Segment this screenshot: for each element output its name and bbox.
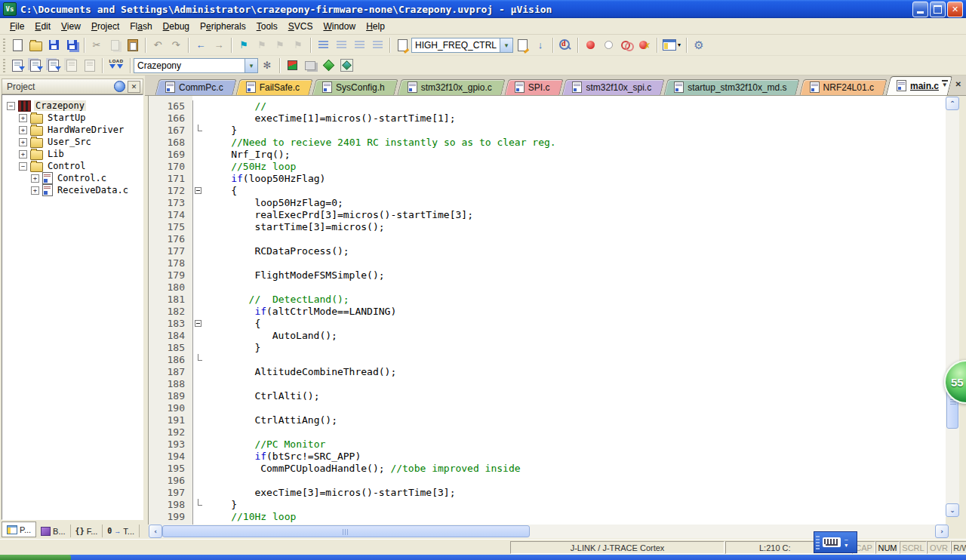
fold-margin[interactable]: [192, 499, 205, 511]
file-extensions-button[interactable]: [283, 57, 301, 74]
menu-edit[interactable]: Edit: [29, 20, 56, 33]
expander-plus[interactable]: +: [19, 126, 27, 134]
fold-margin[interactable]: [192, 354, 205, 366]
project-workspace-button[interactable]: [337, 57, 355, 74]
panel-tab-F[interactable]: {}F...: [71, 525, 103, 537]
cut-button[interactable]: ✂: [88, 37, 106, 54]
translate-file-button[interactable]: [8, 57, 26, 74]
expander-minus[interactable]: −: [7, 102, 15, 110]
find-button[interactable]: [513, 37, 531, 54]
unindent-button[interactable]: [332, 37, 350, 54]
scroll-up-button[interactable]: ⌃: [946, 97, 959, 110]
find-in-files-button[interactable]: [393, 37, 411, 54]
comment-button[interactable]: [350, 37, 368, 54]
tree-node[interactable]: +Lib: [2, 148, 143, 160]
file-tab-SysConfig.h[interactable]: SysConfig.h: [314, 79, 396, 95]
minimize-button[interactable]: [912, 2, 928, 17]
open-file-button[interactable]: [26, 37, 45, 54]
menu-flash[interactable]: Flash: [125, 20, 157, 33]
file-tab-CommPc.c[interactable]: CommPc.c: [157, 79, 235, 95]
new-file-button[interactable]: [8, 37, 26, 54]
scroll-right-button[interactable]: ›: [935, 525, 949, 538]
tree-node[interactable]: −Crazepony: [2, 100, 143, 112]
fold-margin[interactable]: [192, 125, 205, 137]
expander-plus[interactable]: +: [31, 174, 39, 183]
redo-button[interactable]: ↷: [167, 37, 185, 54]
ime-language-bar[interactable]: – ▾: [814, 531, 857, 553]
menu-project[interactable]: Project: [86, 20, 125, 33]
search-dropdown-button[interactable]: ▾: [500, 38, 513, 53]
paste-button[interactable]: [124, 37, 142, 54]
tree-node[interactable]: +HardWareDriver: [2, 124, 143, 136]
toolbar-grip[interactable]: [3, 38, 5, 52]
menu-help[interactable]: Help: [361, 20, 390, 33]
file-tab-stm32f10x_gpio.c[interactable]: stm32f10x_gpio.c: [399, 79, 503, 95]
menu-debug[interactable]: Debug: [158, 20, 195, 33]
uncomment-button[interactable]: [368, 37, 386, 54]
multi-project-button[interactable]: [319, 57, 337, 74]
manage-books-button[interactable]: [301, 57, 319, 74]
next-bookmark-button[interactable]: ⚑: [271, 37, 289, 54]
fold-margin[interactable]: [192, 318, 205, 330]
insert-breakpoint-button[interactable]: [581, 37, 599, 54]
incremental-find-button[interactable]: ↓: [531, 37, 549, 54]
expander-plus[interactable]: +: [31, 186, 39, 195]
undo-button[interactable]: ↶: [149, 37, 167, 54]
target-options-button[interactable]: ✻: [258, 57, 276, 74]
close-button[interactable]: ✕: [947, 2, 963, 17]
toolbar-grip[interactable]: [3, 59, 5, 72]
toggle-bookmark-button[interactable]: ⚑: [235, 37, 253, 54]
tree-node[interactable]: +User_Src: [2, 136, 143, 148]
close-file-button[interactable]: ✕: [955, 80, 961, 88]
expander-plus[interactable]: +: [19, 138, 27, 146]
menu-peripherals[interactable]: Peripherals: [195, 20, 251, 33]
file-tab-startup_stm32f10x_md.s[interactable]: startup_stm32f10x_md.s: [666, 79, 798, 95]
configuration-button[interactable]: ⚙: [690, 37, 708, 54]
file-tab-main.c[interactable]: main.c: [888, 76, 950, 95]
panel-close-button[interactable]: ✕: [128, 81, 140, 93]
expander-plus[interactable]: +: [19, 114, 27, 122]
horizontal-scroll-thumb[interactable]: [162, 525, 530, 537]
keyboard-icon[interactable]: [823, 537, 841, 547]
project-tree[interactable]: −Crazepony+StartUp+HardWareDriver+User_S…: [2, 94, 143, 520]
restore-button[interactable]: [930, 2, 946, 17]
file-tab-NRF24L01.c[interactable]: NRF24L01.c: [801, 79, 885, 95]
tree-node[interactable]: −Control: [2, 160, 143, 172]
indent-button[interactable]: [314, 37, 332, 54]
scroll-left-button[interactable]: ‹: [149, 525, 162, 538]
file-tab-stm32f10x_spi.c[interactable]: stm32f10x_spi.c: [564, 79, 663, 95]
batch-build-button[interactable]: [63, 57, 81, 74]
project-panel-header[interactable]: Project ✕: [2, 78, 143, 94]
pin-icon[interactable]: [114, 81, 125, 92]
file-tab-FailSafe.c[interactable]: FailSafe.c: [238, 79, 311, 95]
code-editor[interactable]: 165//166execTime[1]=micros()-startTime[1…: [148, 96, 946, 525]
menu-tools[interactable]: Tools: [251, 20, 283, 33]
fold-margin[interactable]: [192, 185, 205, 197]
ime-options-icon[interactable]: ▾: [844, 543, 848, 549]
save-all-button[interactable]: [63, 37, 81, 54]
debug-windows-button[interactable]: ▾: [660, 37, 683, 54]
kill-all-breakpoints-button[interactable]: ✗: [635, 37, 654, 54]
vertical-scrollbar[interactable]: ⌃ ⌄: [946, 97, 959, 517]
title-bar[interactable]: Vs C:\Documents and Settings\Administrat…: [0, 0, 966, 18]
scroll-down-button[interactable]: ⌄: [946, 503, 959, 517]
panel-tab-B[interactable]: B...: [36, 525, 71, 537]
enable-disable-breakpoint-button[interactable]: [599, 37, 617, 54]
tree-node[interactable]: +StartUp: [2, 112, 143, 124]
target-dropdown-button[interactable]: ▾: [245, 58, 258, 73]
menu-file[interactable]: File: [5, 20, 29, 33]
start-button-edge[interactable]: [0, 555, 71, 560]
menu-view[interactable]: View: [56, 20, 86, 33]
stop-build-button[interactable]: [81, 57, 99, 74]
expander-plus[interactable]: +: [19, 150, 27, 158]
menu-window[interactable]: Window: [318, 20, 361, 33]
panel-tab-T[interactable]: 0→T...: [103, 525, 140, 537]
search-combobox[interactable]: HIGH_FREQ_CTRL: [411, 38, 500, 53]
copy-button[interactable]: [106, 37, 124, 54]
navigate-back-button[interactable]: ←: [192, 37, 210, 54]
tree-node[interactable]: +ReceiveData.c: [2, 184, 143, 196]
previous-bookmark-button[interactable]: ⚑: [253, 37, 271, 54]
expander-minus[interactable]: −: [19, 162, 27, 171]
download-button[interactable]: LOAD: [106, 57, 127, 74]
tree-node[interactable]: +Control.c: [2, 172, 143, 184]
